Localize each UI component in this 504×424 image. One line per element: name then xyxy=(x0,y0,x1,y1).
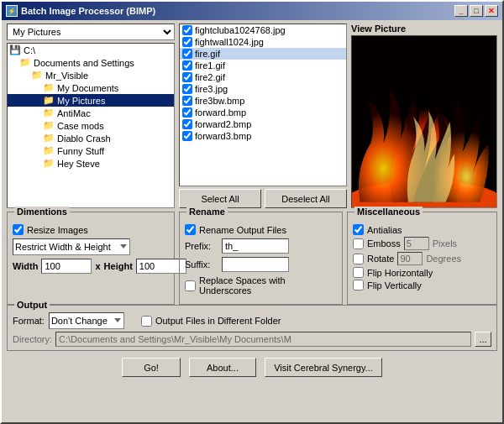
restrict-dropdown-wrap: Restrict Width & Height Exact Size By Pe… xyxy=(13,238,169,255)
resize-checkbox[interactable] xyxy=(13,224,24,235)
file-checkbox[interactable] xyxy=(182,72,192,82)
file-name: forward2.bmp xyxy=(195,119,251,129)
restrict-dropdown[interactable]: Restrict Width & Height Exact Size By Pe… xyxy=(13,238,130,255)
file-item[interactable]: fire2.gif xyxy=(180,71,346,83)
file-item[interactable]: fire1.gif xyxy=(180,60,346,71)
folder-icon: 📁 xyxy=(19,57,31,68)
tree-item-mr-visible[interactable]: 📁 Mr_Visible xyxy=(8,69,174,81)
folder-tree[interactable]: 💾 C:\ 📁 Documents and Settings 📁 Mr_Visi… xyxy=(7,43,175,208)
file-checkbox[interactable] xyxy=(182,96,192,106)
rotate-checkbox[interactable] xyxy=(353,254,364,264)
fliph-row: Flip Horizontally xyxy=(353,267,491,278)
rotate-value xyxy=(397,252,423,265)
tree-item-case-mods[interactable]: 📁 Case mods xyxy=(8,119,174,132)
deselect-all-button[interactable]: Deselect All xyxy=(265,189,347,208)
resize-checkbox-row: Resize Images xyxy=(13,224,169,235)
replace-spaces-checkbox[interactable] xyxy=(185,280,196,291)
folder-icon: 📁 xyxy=(43,145,55,156)
file-list[interactable]: fightcluba1024768.jpg fightwall1024.jpg … xyxy=(179,24,347,186)
titlebar: ⚡ Batch Image Processor (BIMP) _ □ ✕ xyxy=(2,2,502,20)
misc-group: Miscellaneous Antialias Emboss Pixels Ro… xyxy=(347,212,497,305)
folder-icon: 📁 xyxy=(31,70,43,81)
prefix-row: Prefix: xyxy=(185,238,337,254)
close-button[interactable]: ✕ xyxy=(485,5,498,17)
fliph-label: Flip Horizontally xyxy=(367,268,433,278)
output-group: Output Format: Don't Change JPEG PNG BMP… xyxy=(7,305,497,351)
folder-icon: 📁 xyxy=(43,120,55,131)
rename-checkbox-row: Rename Output Files xyxy=(185,224,337,235)
tree-item-antimac[interactable]: 📁 AntiMac xyxy=(8,107,174,119)
file-panel: fightcluba1024768.jpg fightwall1024.jpg … xyxy=(179,24,347,208)
tree-item-c[interactable]: 💾 C:\ xyxy=(8,44,174,56)
file-checkbox[interactable] xyxy=(182,60,192,71)
file-checkbox[interactable] xyxy=(182,25,192,35)
minimize-button[interactable]: _ xyxy=(454,5,468,17)
folder-icon: 📁 xyxy=(43,158,55,169)
diff-folder-label: Output Files in Different Folder xyxy=(155,316,281,326)
tree-item-diablo-crash[interactable]: 📁 Diablo Crash xyxy=(8,132,174,144)
bottom-buttons: Go! About... Visit Cerebral Synergy... xyxy=(7,354,497,379)
file-checkbox[interactable] xyxy=(182,107,192,118)
antialias-checkbox[interactable] xyxy=(353,224,364,235)
folder-icon: 📁 xyxy=(43,95,55,106)
fliph-checkbox[interactable] xyxy=(353,267,364,278)
visit-button[interactable]: Visit Cerebral Synergy... xyxy=(265,358,382,377)
x-separator: x xyxy=(95,261,100,271)
prefix-input[interactable] xyxy=(222,238,289,254)
panels-row: Dimentions Resize Images Restrict Width … xyxy=(7,212,497,305)
tree-item-my-pictures[interactable]: 📁 My Pictures xyxy=(8,94,174,107)
directory-input xyxy=(55,332,471,347)
file-name: fire1.gif xyxy=(195,60,225,71)
file-buttons: Select All Deselect All xyxy=(179,189,347,208)
dimensions-title: Dimentions xyxy=(14,207,70,217)
maximize-button[interactable]: □ xyxy=(470,5,483,17)
width-input[interactable] xyxy=(41,259,92,274)
directory-row: Directory: ... xyxy=(13,332,491,347)
tree-item-docs-settings[interactable]: 📁 Documents and Settings xyxy=(8,56,174,69)
file-item-selected[interactable]: fire.gif xyxy=(180,48,346,60)
file-item[interactable]: forward.bmp xyxy=(180,107,346,118)
file-checkbox[interactable] xyxy=(182,49,192,59)
file-name: forward3.bmp xyxy=(195,131,251,141)
rename-checkbox[interactable] xyxy=(185,224,196,235)
file-checkbox[interactable] xyxy=(182,37,192,47)
flipv-checkbox[interactable] xyxy=(353,280,364,291)
emboss-checkbox[interactable] xyxy=(353,238,364,249)
file-item[interactable]: forward3.bmp xyxy=(180,130,346,142)
file-checkbox[interactable] xyxy=(182,131,192,141)
format-row: Format: Don't Change JPEG PNG BMP GIF xyxy=(13,312,124,329)
rotate-row: Rotate Degrees xyxy=(353,252,491,265)
browse-button[interactable]: ... xyxy=(475,332,491,347)
tree-item-my-documents[interactable]: 📁 My Documents xyxy=(8,81,174,94)
go-button[interactable]: Go! xyxy=(122,358,181,377)
folder-panel: My Pictures 💾 C:\ 📁 Documents and Settin… xyxy=(7,24,175,208)
replace-spaces-label: Replace Spaces with Underscores xyxy=(199,275,337,296)
file-item[interactable]: fightwall1024.jpg xyxy=(180,36,346,48)
file-checkbox[interactable] xyxy=(182,119,192,129)
file-item[interactable]: fightcluba1024768.jpg xyxy=(180,24,346,36)
diff-folder-checkbox[interactable] xyxy=(141,316,152,327)
file-checkbox[interactable] xyxy=(182,84,192,94)
top-section: My Pictures 💾 C:\ 📁 Documents and Settin… xyxy=(7,24,497,208)
file-name: forward.bmp xyxy=(195,107,246,118)
file-item[interactable]: fire3bw.bmp xyxy=(180,95,346,107)
select-all-button[interactable]: Select All xyxy=(179,189,261,208)
suffix-row: Suffix: xyxy=(185,257,337,272)
rename-title: Rename xyxy=(186,207,228,217)
format-select[interactable]: Don't Change JPEG PNG BMP GIF xyxy=(49,312,124,329)
file-name: fightcluba1024768.jpg xyxy=(195,25,286,35)
tree-item-funny-stuff[interactable]: 📁 Funny Stuff xyxy=(8,144,174,157)
file-item[interactable]: forward2.bmp xyxy=(180,118,346,130)
tree-item-hey-steve[interactable]: 📁 Hey Steve xyxy=(8,157,174,170)
prefix-label: Prefix: xyxy=(185,241,218,251)
rename-group: Rename Rename Output Files Prefix: Suffi… xyxy=(179,212,343,305)
preview-panel: View Picture xyxy=(351,24,497,208)
replace-spaces-row: Replace Spaces with Underscores xyxy=(185,275,337,296)
suffix-input[interactable] xyxy=(222,257,289,272)
height-label: Height xyxy=(104,261,133,271)
folder-select[interactable]: My Pictures xyxy=(7,24,175,40)
file-item[interactable]: fire3.jpg xyxy=(180,83,346,95)
antialias-label: Antialias xyxy=(367,225,402,235)
folder-icon: 📁 xyxy=(43,82,55,93)
about-button[interactable]: About... xyxy=(189,358,256,377)
